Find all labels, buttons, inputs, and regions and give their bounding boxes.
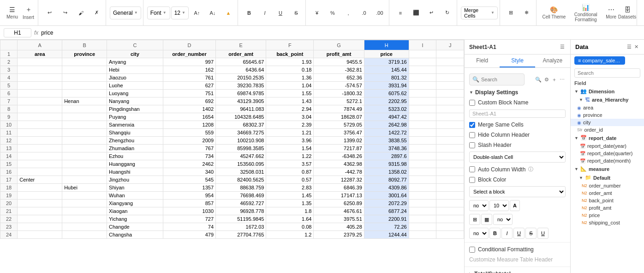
- table-cell[interactable]: Shiyan: [107, 184, 163, 192]
- table-cell[interactable]: Huangshi: [107, 168, 163, 176]
- borders-button[interactable]: ⊞: [504, 3, 519, 23]
- table-cell[interactable]: 3.96: [266, 137, 314, 145]
- table-cell[interactable]: 1.36: [266, 74, 314, 82]
- table-cell-empty[interactable]: [436, 207, 464, 215]
- measure-back-point-item[interactable]: N2 back_point: [571, 197, 644, 204]
- align-center-button[interactable]: ⬛: [409, 3, 423, 23]
- table-cell-empty[interactable]: [409, 215, 436, 223]
- table-cell[interactable]: 68302.37: [216, 121, 266, 129]
- table-cell-empty[interactable]: [409, 74, 436, 82]
- strike-format-button[interactable]: S: [525, 228, 537, 239]
- table-cell[interactable]: 45247.662: [216, 152, 266, 160]
- table-cell[interactable]: [18, 66, 62, 74]
- table-cell[interactable]: profit_amt: [314, 50, 364, 58]
- table-cell-empty[interactable]: [436, 200, 464, 207]
- table-cell[interactable]: Puyang: [107, 113, 163, 121]
- table-cell[interactable]: province: [62, 50, 107, 58]
- tab-analyze[interactable]: Analyze: [535, 55, 570, 67]
- italic-button[interactable]: I: [257, 3, 272, 23]
- font-increase-button[interactable]: A↑: [190, 3, 204, 23]
- table-cell[interactable]: 96411.083: [216, 105, 266, 113]
- dim-item-city[interactable]: ◉ city: [571, 119, 644, 126]
- dim-item-order-id[interactable]: Str order_id: [571, 126, 644, 133]
- table-cell[interactable]: 761: [163, 74, 215, 82]
- wrap-button[interactable]: ↵: [424, 3, 439, 23]
- table-cell[interactable]: Hebi: [107, 66, 163, 74]
- table-cell[interactable]: 1399.02: [314, 137, 364, 145]
- table-cell[interactable]: Xiaogan: [107, 207, 163, 215]
- table-cell-empty[interactable]: [409, 207, 436, 215]
- table-cell[interactable]: 2072.29: [364, 200, 409, 207]
- table-cell-empty[interactable]: [436, 58, 464, 66]
- formula-input[interactable]: [41, 30, 640, 36]
- table-cell[interactable]: Changde: [107, 223, 163, 231]
- table-cell[interactable]: Huanggang: [107, 160, 163, 168]
- data-panel-list-icon[interactable]: ☰: [626, 43, 632, 50]
- table-cell[interactable]: 69874.9785: [216, 90, 266, 97]
- custom-block-name-input[interactable]: [469, 109, 566, 118]
- search-option2-icon[interactable]: ⚙: [543, 76, 550, 84]
- table-cell-empty[interactable]: [436, 145, 464, 152]
- table-cell[interactable]: 72.26: [364, 223, 409, 231]
- font-align-dropdown[interactable]: no: [469, 200, 489, 211]
- table-cell[interactable]: 559: [163, 129, 215, 137]
- measure-price-item[interactable]: N2 price: [571, 212, 644, 219]
- table-cell[interactable]: 4309.86: [364, 184, 409, 192]
- table-cell[interactable]: 1.8: [266, 207, 314, 215]
- fill-color-button[interactable]: ▲: [221, 3, 236, 23]
- underline-button[interactable]: U: [273, 3, 288, 23]
- font-dropdown[interactable]: Font ▼: [147, 6, 170, 19]
- report-date-quarter-item[interactable]: 📅 report_date(quarter): [571, 150, 644, 157]
- table-cell[interactable]: 5729.05: [314, 121, 364, 129]
- measure-shipping-cost-item[interactable]: N2 shipping_cost: [571, 219, 644, 226]
- table-cell[interactable]: Xiangyang: [107, 200, 163, 207]
- search-add-icon[interactable]: ＋: [551, 76, 558, 84]
- table-cell[interactable]: 1.64: [266, 215, 314, 223]
- table-cell[interactable]: Wuhan: [107, 192, 163, 200]
- font-decrease-button[interactable]: A↓: [205, 3, 220, 23]
- table-cell[interactable]: 3.57: [266, 160, 314, 168]
- table-cell[interactable]: [62, 137, 107, 145]
- table-cell[interactable]: [18, 200, 62, 207]
- col-header-h[interactable]: H: [364, 40, 409, 50]
- table-cell[interactable]: 4362.98: [314, 160, 364, 168]
- table-cell[interactable]: [62, 160, 107, 168]
- table-cell[interactable]: Ezhou: [107, 152, 163, 160]
- table-cell[interactable]: 7217.87: [314, 145, 364, 152]
- table-cell[interactable]: [18, 207, 62, 215]
- decimal-increase-button[interactable]: .0: [357, 3, 371, 23]
- table-cell[interactable]: Jiaozuo: [107, 74, 163, 82]
- tab-field[interactable]: Field: [465, 55, 500, 67]
- table-cell[interactable]: 1672.03: [216, 223, 266, 231]
- table-cell[interactable]: [18, 97, 62, 105]
- table-cell[interactable]: Center: [18, 176, 62, 184]
- table-cell[interactable]: 104328.6485: [216, 113, 266, 121]
- report-date-year-item[interactable]: 📅 report_date(year): [571, 142, 644, 150]
- table-cell-empty[interactable]: [436, 129, 464, 137]
- table-cell[interactable]: 1.2: [266, 231, 314, 239]
- report-date-header[interactable]: ▼ 📅 report_date: [571, 133, 644, 142]
- font-size-style-dropdown[interactable]: 10: [489, 200, 509, 211]
- table-cell[interactable]: 8092.77: [364, 176, 409, 184]
- table-cell-empty[interactable]: [409, 192, 436, 200]
- table-cell[interactable]: 39230.7835: [216, 82, 266, 90]
- table-cell[interactable]: [62, 66, 107, 74]
- table-cell[interactable]: 2642.98: [364, 121, 409, 129]
- table-cell[interactable]: 751: [163, 90, 215, 97]
- table-cell[interactable]: 6075.62: [364, 90, 409, 97]
- cell-reference[interactable]: [4, 28, 31, 37]
- table-cell-empty[interactable]: [409, 231, 436, 239]
- table-cell-empty[interactable]: [436, 223, 464, 231]
- underline-format-button[interactable]: U: [513, 228, 525, 239]
- table-cell[interactable]: 405.28: [314, 223, 364, 231]
- table-cell[interactable]: 0.18: [266, 66, 314, 74]
- menu-button[interactable]: ☰ Menu: [5, 3, 20, 23]
- table-cell[interactable]: 4947.42: [364, 113, 409, 121]
- table-cell[interactable]: [62, 121, 107, 129]
- table-cell-empty[interactable]: [409, 160, 436, 168]
- table-cell-empty[interactable]: [409, 82, 436, 90]
- table-cell[interactable]: Hubei: [62, 184, 107, 192]
- table-cell[interactable]: area: [18, 50, 62, 58]
- style-search-box[interactable]: 🔍: [469, 73, 525, 85]
- table-cell[interactable]: 479: [163, 231, 215, 239]
